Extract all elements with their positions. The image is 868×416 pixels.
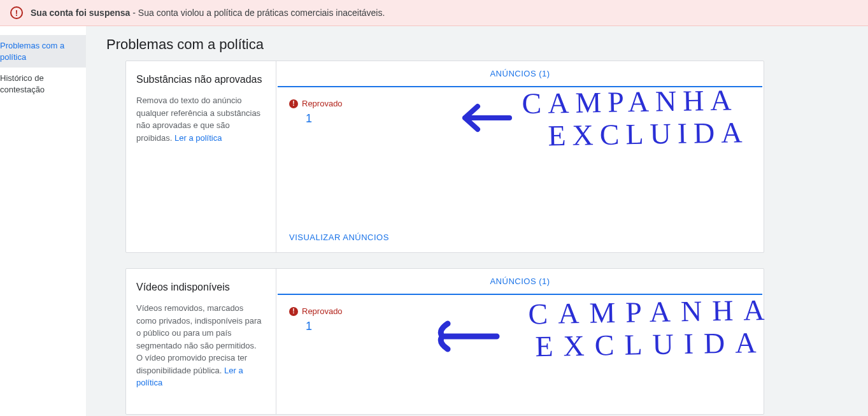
card-description: Substâncias não aprovadas Remova do text… <box>126 61 276 252</box>
sidebar-item-appeal-history[interactable]: Histórico de contestação <box>0 68 86 100</box>
alert-separator: - <box>130 8 138 18</box>
status-row: ! Reprovado <box>289 306 751 316</box>
card-ads-panel: ANÚNCIOS (1) ! Reprovado 1 <box>276 269 764 414</box>
card-ads-panel: ANÚNCIOS (1) ! Reprovado 1 VISUALIZAR AN… <box>276 61 764 252</box>
status-count[interactable]: 1 <box>306 112 751 126</box>
tab-ads[interactable]: ANÚNCIOS (1) <box>278 269 762 295</box>
read-policy-link[interactable]: Ler a política <box>174 133 222 143</box>
status-row: ! Reprovado <box>289 99 751 108</box>
status-label: Reprovado <box>302 99 343 108</box>
policy-card-unavailable-videos: Vídeos indisponíveis Vídeos removidos, m… <box>125 268 764 415</box>
main-content: Problemas com a política Substâncias não… <box>86 26 868 416</box>
sidebar: Problemas com a política Histórico de co… <box>0 26 86 416</box>
error-icon: ! <box>289 99 298 108</box>
sidebar-item-policy-issues[interactable]: Problemas com a política <box>0 35 86 68</box>
alert-message: Sua conta violou a política de práticas … <box>138 8 385 18</box>
status-count[interactable]: 1 <box>306 320 751 333</box>
error-icon: ! <box>289 307 298 316</box>
alert-title: Sua conta foi suspensa <box>31 8 130 18</box>
view-ads-row: VISUALIZAR ANÚNCIOS <box>276 221 764 252</box>
status-label: Reprovado <box>302 306 343 316</box>
tab-ads[interactable]: ANÚNCIOS (1) <box>278 61 762 87</box>
policy-card-unapproved-substances: Substâncias não aprovadas Remova do text… <box>125 61 764 253</box>
view-ads-link[interactable]: VISUALIZAR ANÚNCIOS <box>289 233 389 242</box>
status-block: ! Reprovado 1 <box>276 295 764 340</box>
card-title: Substâncias não aprovadas <box>136 74 264 85</box>
page-title: Problemas com a política <box>99 36 855 53</box>
card-desc: Remova do texto do anúncio qualquer refe… <box>136 94 264 144</box>
alert-icon: ! <box>10 6 23 19</box>
card-title: Vídeos indisponíveis <box>136 282 264 293</box>
status-block: ! Reprovado 1 <box>276 87 764 132</box>
alert-text: Sua conta foi suspensa - Sua conta violo… <box>31 8 385 18</box>
account-suspended-banner: ! Sua conta foi suspensa - Sua conta vio… <box>0 0 868 26</box>
sidebar-item-label: Histórico de contestação <box>0 73 45 94</box>
card-desc: Vídeos removidos, marcados como privados… <box>136 302 264 389</box>
sidebar-item-label: Problemas com a política <box>0 41 64 62</box>
card-description: Vídeos indisponíveis Vídeos removidos, m… <box>126 269 276 414</box>
